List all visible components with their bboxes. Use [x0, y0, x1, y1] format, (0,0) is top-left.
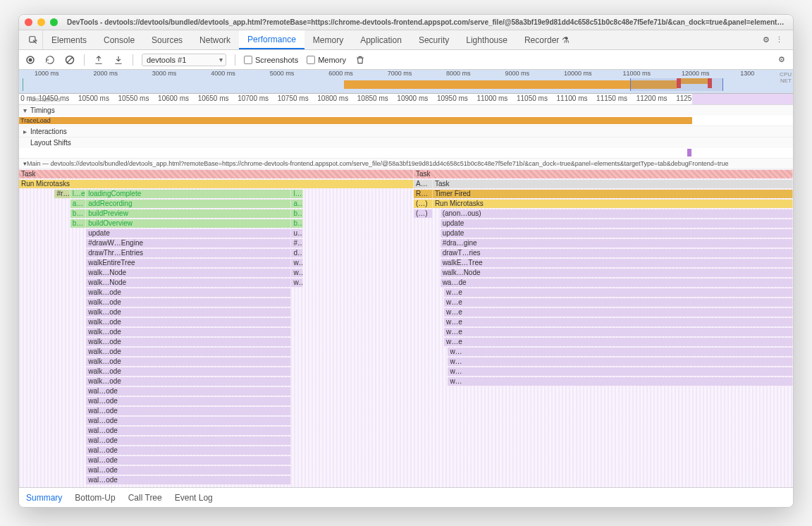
flame-entry[interactable]: w… — [291, 259, 303, 267]
inspect-icon[interactable] — [23, 30, 43, 49]
flame-entry[interactable]: w…e — [444, 288, 793, 297]
upload-icon[interactable] — [93, 54, 104, 66]
flame-entry[interactable]: (…) — [414, 209, 433, 218]
window-zoom-icon[interactable] — [50, 18, 58, 26]
flame-entry[interactable]: w…e — [444, 318, 793, 326]
flame-entry[interactable]: wal…ode — [86, 466, 291, 475]
flame-entry[interactable]: walk…ode — [86, 298, 291, 307]
tab-bottom-up[interactable]: Bottom-Up — [75, 493, 115, 503]
tab-lighthouse[interactable]: Lighthouse — [457, 30, 516, 49]
flame-chart[interactable]: TaskTaskRun MicrotasksA…Task#r…sl…eloadi… — [19, 169, 793, 487]
flame-entry[interactable]: w…e — [444, 298, 793, 307]
screenshots-checkbox[interactable]: Screenshots — [244, 56, 298, 64]
flame-entry[interactable]: a… — [70, 200, 86, 208]
interactions-track-header[interactable]: ▸Interactions — [19, 126, 793, 137]
flame-entry[interactable]: a… — [291, 200, 303, 208]
record-icon[interactable] — [25, 54, 36, 66]
flame-entry[interactable]: walk…ode — [86, 357, 291, 366]
flame-entry[interactable]: drawThr…Entries — [86, 249, 291, 257]
flame-entry[interactable]: #drawW…Engine — [86, 239, 291, 247]
flame-entry[interactable]: drawT…ries — [441, 249, 793, 257]
flame-entry[interactable]: wal…ode — [86, 446, 291, 455]
flame-entry[interactable]: w…e — [444, 328, 793, 336]
more-icon[interactable]: ⋮ — [775, 35, 783, 44]
flame-entry[interactable]: b… — [70, 209, 86, 218]
window-close-icon[interactable] — [25, 18, 32, 26]
flame-entry[interactable]: walk…ode — [86, 348, 291, 356]
timings-track-header[interactable]: ▾Timings — [19, 105, 793, 116]
flame-entry[interactable]: walkEntireTree — [86, 259, 291, 267]
flame-entry[interactable]: Task — [433, 180, 793, 188]
tab-performance[interactable]: Performance — [239, 30, 304, 49]
flame-entry[interactable]: buildOverview — [86, 219, 291, 228]
flame-entry[interactable]: u… — [291, 229, 303, 238]
detail-ruler[interactable]: 0 ms10450 ms10500 ms10550 ms10600 ms1065… — [19, 94, 793, 105]
flame-entry[interactable]: wal…ode — [86, 427, 291, 435]
tab-network[interactable]: Network — [191, 30, 239, 49]
flame-entry[interactable]: loadingComplete — [86, 190, 291, 198]
flame-entry[interactable]: walk…ode — [86, 338, 291, 346]
flame-entry[interactable]: wal…ode — [86, 476, 291, 484]
flame-entry[interactable]: walk…ode — [86, 328, 291, 336]
traceload-bar[interactable]: TraceLoad — [19, 117, 692, 124]
flame-entry[interactable]: walk…ode — [86, 288, 291, 297]
tracks-area[interactable]: ▾Timings TraceLoad ▸Interactions Layout … — [19, 105, 793, 487]
flame-entry[interactable]: wal…ode — [86, 407, 291, 415]
memory-checkbox[interactable]: Memory — [307, 56, 346, 64]
flame-entry[interactable]: #r…s — [54, 190, 70, 198]
tab-console[interactable]: Console — [95, 30, 143, 49]
flame-entry[interactable]: w… — [291, 269, 303, 277]
flame-entry[interactable]: w… — [291, 279, 303, 287]
tab-application[interactable]: Application — [352, 30, 410, 49]
flame-entry[interactable]: R… — [414, 190, 433, 198]
flame-entry[interactable]: walkE…Tree — [441, 259, 793, 267]
flame-entry[interactable]: w… — [448, 348, 793, 356]
flame-entry[interactable]: update — [441, 219, 793, 228]
trash-icon[interactable] — [355, 54, 366, 66]
flame-entry[interactable]: #… — [291, 239, 303, 247]
tab-security[interactable]: Security — [410, 30, 457, 49]
tab-memory[interactable]: Memory — [304, 30, 352, 49]
flame-entry[interactable]: w… — [448, 367, 793, 376]
main-thread-header[interactable]: ▾Main — devtools://devtools/bundled/devt… — [19, 159, 793, 169]
tab-event-log[interactable]: Event Log — [175, 493, 213, 503]
overview-timeline[interactable]: 1000 ms2000 ms3000 ms4000 ms5000 ms6000 … — [19, 70, 793, 94]
flame-entry[interactable]: walk…ode — [86, 308, 291, 317]
flame-entry[interactable]: b… — [70, 219, 86, 228]
flame-entry[interactable]: Run Microtasks — [433, 200, 793, 208]
flame-entry[interactable]: A… — [414, 180, 433, 188]
flame-entry[interactable]: walk…Node — [86, 279, 291, 287]
gear-icon[interactable]: ⚙ — [763, 35, 770, 44]
tab-sources[interactable]: Sources — [143, 30, 191, 49]
layout-shift-marker[interactable] — [687, 149, 692, 157]
tab-elements[interactable]: Elements — [43, 30, 95, 49]
flame-entry[interactable]: wa…de — [441, 279, 793, 287]
tab-call-tree[interactable]: Call Tree — [128, 493, 162, 503]
flame-entry[interactable]: Run Microtasks — [19, 180, 414, 188]
flame-entry[interactable]: walk…Node — [441, 269, 793, 277]
flame-entry[interactable]: wal…ode — [86, 387, 291, 396]
flame-entry[interactable]: b… — [291, 219, 303, 228]
flame-entry[interactable]: d… — [291, 249, 303, 257]
flame-entry[interactable]: wal…ode — [86, 417, 291, 425]
tab-summary[interactable]: Summary — [26, 493, 62, 503]
flame-entry[interactable]: addRecording — [86, 200, 291, 208]
flame-entry[interactable]: (…) — [414, 200, 433, 208]
profile-select[interactable]: devtools #1 — [142, 54, 226, 66]
flame-entry[interactable]: l…e — [70, 190, 86, 198]
flame-entry[interactable]: w… — [448, 357, 793, 366]
flame-entry[interactable]: walk…ode — [86, 367, 291, 376]
flame-entry[interactable]: walk…ode — [86, 377, 291, 386]
flame-entry[interactable]: wal…ode — [86, 436, 291, 445]
reload-icon[interactable] — [44, 54, 56, 66]
download-icon[interactable] — [113, 54, 124, 66]
flame-entry[interactable]: b… — [291, 209, 303, 218]
flame-entry[interactable]: w… — [448, 377, 793, 386]
flame-entry[interactable]: buildPreview — [86, 209, 291, 218]
flame-entry[interactable]: w…e — [444, 308, 793, 317]
flame-entry[interactable]: l…e — [291, 190, 303, 198]
flame-entry[interactable]: (anon…ous) — [441, 209, 793, 218]
layoutshifts-track-header[interactable]: Layout Shifts — [19, 137, 793, 148]
flame-entry[interactable]: w…e — [444, 338, 793, 346]
window-minimize-icon[interactable] — [37, 18, 45, 26]
